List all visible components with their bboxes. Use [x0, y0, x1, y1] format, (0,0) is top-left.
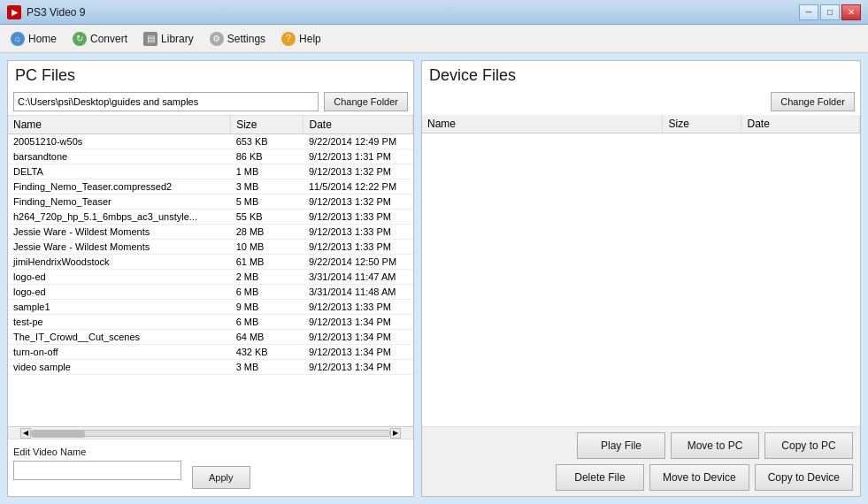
table-row[interactable]: Jessie Ware - Wildest Moments 10 MB 9/12…: [8, 240, 413, 255]
menu-item-home[interactable]: ⌂ Home: [4, 28, 64, 50]
pc-path-input[interactable]: [13, 92, 319, 111]
file-name: logo-ed: [8, 285, 231, 300]
menu-item-convert[interactable]: ↻ Convert: [65, 28, 134, 50]
table-row[interactable]: Jessie Ware - Wildest Moments 28 MB 9/12…: [8, 225, 413, 240]
file-size: 64 MB: [231, 330, 303, 345]
table-row[interactable]: h264_720p_hp_5.1_6mbps_ac3_unstyle... 55…: [8, 210, 413, 225]
menu-label-settings: Settings: [227, 33, 265, 45]
table-row[interactable]: 20051210-w50s 653 KB 9/22/2014 12:49 PM: [8, 134, 413, 149]
menu-label-home: Home: [28, 33, 57, 45]
file-date: 9/22/2014 12:49 PM: [303, 134, 413, 149]
file-name: video sample: [8, 360, 231, 375]
table-row[interactable]: turn-on-off 432 KB 9/12/2013 1:34 PM: [8, 345, 413, 360]
maximize-button[interactable]: □: [820, 4, 840, 20]
scroll-right-arrow[interactable]: ▶: [390, 428, 401, 439]
copy-to-pc-button[interactable]: Copy to PC: [764, 432, 853, 459]
file-name: 20051210-w50s: [8, 134, 231, 149]
pc-scrollbar[interactable]: ◀ ▶: [8, 426, 413, 439]
title-bar: ▶ PS3 Video 9 ─ □ ✕: [0, 0, 868, 25]
file-size: 10 MB: [231, 240, 303, 255]
file-size: 3 MB: [231, 179, 303, 195]
pc-file-table[interactable]: Name Size Date 20051210-w50s 653 KB 9/22…: [8, 115, 413, 426]
device-col-date: Date: [741, 115, 860, 134]
pc-scroll-thumb[interactable]: [32, 431, 85, 438]
app-title: PS3 Video 9: [27, 6, 86, 19]
table-row[interactable]: The_IT_Crowd__Cut_scenes 64 MB 9/12/2013…: [8, 330, 413, 345]
file-date: 9/12/2013 1:33 PM: [303, 240, 413, 255]
help-icon: ?: [281, 32, 296, 46]
device-files-panel: Device Files Change Folder Name Size Dat…: [421, 60, 861, 497]
scroll-left-arrow[interactable]: ◀: [20, 428, 31, 439]
file-date: 3/31/2014 11:48 AM: [303, 285, 413, 300]
edit-video-name-input[interactable]: [13, 461, 181, 480]
table-row[interactable]: jimiHendrixWoodstock 61 MB 9/22/2014 12:…: [8, 255, 413, 270]
home-icon: ⌂: [11, 32, 25, 46]
file-size: 9 MB: [231, 300, 303, 315]
file-name: h264_720p_hp_5.1_6mbps_ac3_unstyle...: [8, 210, 231, 225]
play-file-button[interactable]: Play File: [577, 432, 665, 459]
file-name: Jessie Ware - Wildest Moments: [8, 225, 231, 240]
table-row[interactable]: test-pe 6 MB 9/12/2013 1:34 PM: [8, 315, 413, 330]
file-name: The_IT_Crowd__Cut_scenes: [8, 330, 231, 345]
file-size: 6 MB: [231, 285, 303, 300]
menu-label-help: Help: [299, 33, 321, 45]
pc-horizontal-scrollbar[interactable]: [31, 430, 390, 437]
file-size: 653 KB: [231, 134, 303, 149]
table-row[interactable]: Finding_Nemo_Teaser 5 MB 9/12/2013 1:32 …: [8, 195, 413, 210]
menu-item-help[interactable]: ? Help: [274, 28, 328, 50]
file-size: 6 MB: [231, 315, 303, 330]
pc-col-size: Size: [231, 116, 303, 134]
file-date: 9/12/2013 1:31 PM: [303, 149, 413, 164]
menu-label-library: Library: [161, 33, 194, 45]
table-row[interactable]: logo-ed 2 MB 3/31/2014 11:47 AM: [8, 270, 413, 285]
apply-button[interactable]: Apply: [192, 466, 250, 489]
pc-edit-section: Edit Video Name Apply: [8, 439, 413, 496]
table-row[interactable]: Finding_Nemo_Teaser.compressed2 3 MB 11/…: [8, 179, 413, 195]
copy-to-device-button[interactable]: Copy to Device: [755, 464, 853, 491]
main-content: PC Files Change Folder Name Size Date 20…: [0, 53, 868, 504]
file-name: Jessie Ware - Wildest Moments: [8, 240, 231, 255]
pc-change-folder-button[interactable]: Change Folder: [324, 92, 408, 111]
library-icon: ▤: [143, 32, 157, 46]
file-name: DELTA: [8, 164, 231, 179]
file-name: barsandtone: [8, 149, 231, 164]
device-change-folder-button[interactable]: Change Folder: [771, 92, 855, 111]
file-date: 9/12/2013 1:33 PM: [303, 300, 413, 315]
window-controls: ─ □ ✕: [799, 4, 861, 20]
device-col-name: Name: [422, 115, 663, 134]
action-row-bottom: Delete File Move to Device Copy to Devic…: [429, 464, 853, 491]
settings-icon: ⚙: [210, 32, 224, 46]
minimize-button[interactable]: ─: [799, 4, 818, 20]
pc-files-panel: PC Files Change Folder Name Size Date 20…: [7, 60, 414, 497]
close-button[interactable]: ✕: [841, 4, 861, 20]
pc-col-name: Name: [8, 116, 231, 134]
file-date: 9/12/2013 1:33 PM: [303, 225, 413, 240]
file-date: 9/22/2014 12:50 PM: [303, 255, 413, 270]
file-size: 2 MB: [231, 270, 303, 285]
file-name: turn-on-off: [8, 345, 231, 360]
move-to-device-button[interactable]: Move to Device: [649, 464, 749, 491]
action-row-top: Play File Move to PC Copy to PC: [429, 432, 853, 459]
table-row[interactable]: sample1 9 MB 9/12/2013 1:33 PM: [8, 300, 413, 315]
menu-item-library[interactable]: ▤ Library: [136, 28, 201, 50]
table-row[interactable]: DELTA 1 MB 9/12/2013 1:32 PM: [8, 164, 413, 179]
file-name: jimiHendrixWoodstock: [8, 255, 231, 270]
file-name: logo-ed: [8, 270, 231, 285]
file-size: 3 MB: [231, 360, 303, 375]
file-name: Finding_Nemo_Teaser.compressed2: [8, 179, 231, 195]
table-row[interactable]: video sample 3 MB 9/12/2013 1:34 PM: [8, 360, 413, 375]
move-to-pc-button[interactable]: Move to PC: [671, 432, 759, 459]
file-date: 9/12/2013 1:34 PM: [303, 315, 413, 330]
device-path-bar: Change Folder: [422, 88, 860, 115]
file-date: 11/5/2014 12:22 PM: [303, 179, 413, 195]
app-icon: ▶: [7, 5, 21, 19]
convert-icon: ↻: [73, 32, 87, 46]
table-row[interactable]: logo-ed 6 MB 3/31/2014 11:48 AM: [8, 285, 413, 300]
file-size: 61 MB: [231, 255, 303, 270]
delete-file-button[interactable]: Delete File: [556, 464, 644, 491]
table-row[interactable]: barsandtone 86 KB 9/12/2013 1:31 PM: [8, 149, 413, 164]
device-file-table[interactable]: Name Size Date: [422, 115, 860, 426]
file-size: 432 KB: [231, 345, 303, 360]
menu-item-settings[interactable]: ⚙ Settings: [203, 28, 273, 50]
file-size: 28 MB: [231, 225, 303, 240]
